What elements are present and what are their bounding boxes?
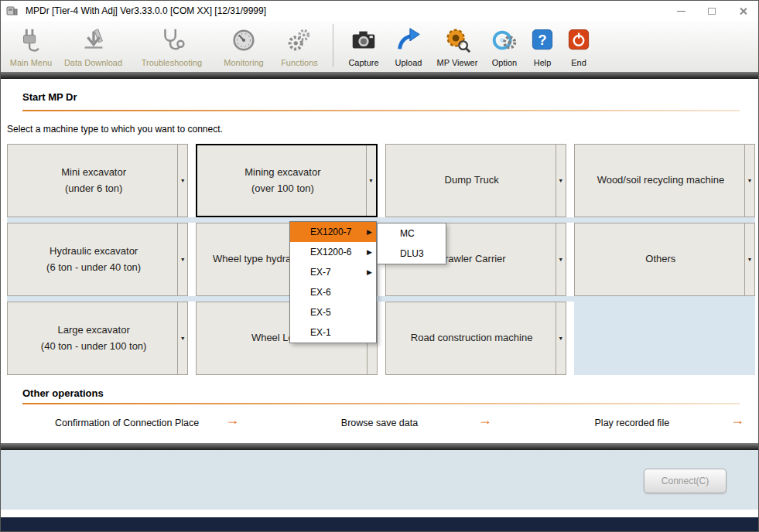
chevron-down-icon: ▼ bbox=[177, 302, 187, 374]
toolbar-item-mp-viewer[interactable]: MP Viewer bbox=[431, 22, 484, 70]
machine-button-mini-excavator[interactable]: Mini excavator (under 6 ton) ▼ bbox=[7, 144, 188, 217]
main-toolbar: Main Menu Data Download Troubleshooting … bbox=[1, 21, 758, 72]
right-arrow-icon: → bbox=[225, 412, 239, 428]
toolbar-separator bbox=[333, 24, 333, 67]
chevron-down-icon: ▼ bbox=[744, 223, 754, 295]
toolbar-item-troubleshooting[interactable]: Troubleshooting bbox=[130, 22, 214, 70]
chevron-down-icon: ▼ bbox=[744, 145, 754, 217]
chevron-down-icon: ▼ bbox=[556, 302, 566, 374]
menu-item-label: EX-6 bbox=[310, 287, 331, 298]
toolbar-item-monitoring[interactable]: Monitoring bbox=[214, 22, 274, 70]
toolbar-item-upload[interactable]: Upload bbox=[386, 22, 431, 70]
menu-item-label: MC bbox=[400, 228, 415, 239]
maximize-icon bbox=[708, 8, 716, 15]
main-content: Start MP Dr Select a machine type to whi… bbox=[1, 79, 758, 443]
app-icon bbox=[6, 4, 20, 18]
svg-text:?: ? bbox=[538, 32, 547, 48]
menu-item-ex-6[interactable]: EX-6 bbox=[290, 282, 376, 302]
toolbar-label: End bbox=[571, 58, 586, 67]
page-title: Start MP Dr bbox=[22, 91, 77, 103]
connect-button[interactable]: Connect(C) bbox=[644, 469, 727, 493]
submenu-arrow-icon: ▶ bbox=[367, 228, 372, 236]
toolbar-bottom-strip bbox=[1, 72, 758, 79]
toolbar-label: Upload bbox=[395, 58, 422, 67]
accent-rule bbox=[22, 110, 740, 111]
close-button[interactable] bbox=[727, 1, 758, 21]
menu-item-ex-1[interactable]: EX-1 bbox=[290, 322, 376, 343]
toolbar-label: Data Download bbox=[64, 58, 122, 67]
machine-button-dump-truck[interactable]: Dump Truck ▼ bbox=[385, 144, 566, 217]
menu-item-label: EX-5 bbox=[310, 307, 331, 318]
minimize-button[interactable] bbox=[665, 1, 696, 21]
toolbar-label: Monitoring bbox=[224, 58, 263, 67]
chevron-down-icon: ▼ bbox=[177, 145, 187, 217]
machine-button-hydraulic-excavator[interactable]: Hydraulic excavator (6 ton - under 40 to… bbox=[7, 223, 188, 296]
empty-grid-cell bbox=[574, 302, 755, 375]
accent-rule bbox=[22, 403, 740, 404]
toolbar-label: MP Viewer bbox=[437, 58, 478, 67]
chevron-down-icon: ▼ bbox=[177, 223, 187, 295]
machine-variant-submenu: MC DLU3 bbox=[377, 223, 446, 264]
maximize-button[interactable] bbox=[696, 1, 727, 21]
camera-icon bbox=[349, 22, 378, 58]
machine-button-road-construction[interactable]: Road construction machine ▼ bbox=[385, 302, 566, 375]
viewer-icon bbox=[443, 22, 472, 58]
minimize-icon bbox=[677, 11, 685, 12]
toolbar-item-end[interactable]: End bbox=[559, 22, 598, 70]
other-operations-title: Other operations bbox=[22, 387, 104, 399]
menu-item-ex1200-7[interactable]: EX1200-7 ▶ bbox=[290, 222, 376, 242]
menu-item-ex-5[interactable]: EX-5 bbox=[290, 302, 376, 322]
link-label: Browse save data bbox=[341, 418, 418, 428]
submenu-item-dlu3[interactable]: DLU3 bbox=[378, 244, 446, 264]
title-bar: MPDr [Tier-4 With Adj] Ver3.33.0.0 [COM … bbox=[1, 1, 758, 21]
instruction-text: Select a machine type to which you want … bbox=[7, 124, 223, 135]
machine-button-large-excavator[interactable]: Large excavator (40 ton - under 100 ton)… bbox=[7, 302, 188, 375]
toolbar-label: Main Menu bbox=[10, 58, 52, 67]
menu-item-ex-7[interactable]: EX-7 ▶ bbox=[290, 262, 376, 282]
dark-separator-bar bbox=[1, 443, 758, 450]
chevron-down-icon: ▼ bbox=[366, 145, 376, 216]
link-label: Confirmation of Connection Place bbox=[55, 418, 199, 428]
other-operations-links: Confirmation of Connection Place → Brows… bbox=[1, 410, 758, 436]
machine-button-others[interactable]: Others ▼ bbox=[574, 223, 755, 296]
window-title: MPDr [Tier-4 With Adj] Ver3.33.0.0 [COM … bbox=[26, 5, 266, 16]
machine-model-menu: EX1200-7 ▶ EX1200-6 ▶ EX-7 ▶ EX-6 EX-5 E… bbox=[289, 221, 377, 343]
bottom-status-bar bbox=[1, 517, 758, 531]
chevron-down-icon: ▼ bbox=[556, 223, 566, 295]
toolbar-item-option[interactable]: Option bbox=[484, 22, 525, 70]
menu-item-label: EX1200-6 bbox=[310, 247, 351, 257]
toolbar-label: Option bbox=[492, 58, 517, 67]
toolbar-label: Troubleshooting bbox=[142, 58, 202, 67]
power-icon bbox=[565, 22, 593, 58]
link-browse-save-data[interactable]: Browse save data → bbox=[253, 410, 505, 436]
toolbar-item-help[interactable]: ? Help bbox=[525, 22, 559, 70]
white-strip bbox=[1, 510, 758, 517]
link-play-recorded-file[interactable]: Play recorded file → bbox=[506, 410, 758, 436]
right-arrow-icon: → bbox=[730, 412, 744, 428]
submenu-item-mc[interactable]: MC bbox=[378, 223, 446, 244]
menu-item-label: EX1200-7 bbox=[310, 227, 351, 237]
toolbar-item-data-download[interactable]: Data Download bbox=[56, 22, 130, 70]
menu-item-label: EX-1 bbox=[310, 327, 331, 338]
option-gear-icon bbox=[490, 22, 519, 58]
machine-button-mining-excavator[interactable]: Mining excavator (over 100 ton) ▼ bbox=[196, 144, 377, 217]
plug-icon bbox=[16, 22, 46, 58]
submenu-arrow-icon: ▶ bbox=[367, 268, 372, 276]
link-confirmation-of-connection-place[interactable]: Confirmation of Connection Place → bbox=[1, 410, 253, 436]
gauge-icon bbox=[229, 22, 258, 58]
submenu-arrow-icon: ▶ bbox=[367, 248, 372, 256]
menu-item-label: EX-7 bbox=[310, 267, 331, 278]
bottom-panel: Connect(C) bbox=[1, 450, 758, 510]
download-icon bbox=[79, 22, 108, 58]
toolbar-item-functions[interactable]: Functions bbox=[274, 22, 325, 70]
toolbar-item-main-menu[interactable]: Main Menu bbox=[5, 22, 56, 70]
menu-item-ex1200-6[interactable]: EX1200-6 ▶ bbox=[290, 242, 376, 262]
app-window: MPDr [Tier-4 With Adj] Ver3.33.0.0 [COM … bbox=[0, 0, 759, 532]
toolbar-item-capture[interactable]: Capture bbox=[341, 22, 386, 70]
chevron-down-icon: ▼ bbox=[556, 145, 566, 217]
menu-item-label: DLU3 bbox=[400, 248, 424, 259]
upload-icon bbox=[394, 22, 423, 58]
right-arrow-icon: → bbox=[478, 412, 492, 428]
close-icon bbox=[739, 7, 747, 15]
machine-button-wood-soil-recycling[interactable]: Wood/soil recycling machine ▼ bbox=[574, 144, 755, 217]
